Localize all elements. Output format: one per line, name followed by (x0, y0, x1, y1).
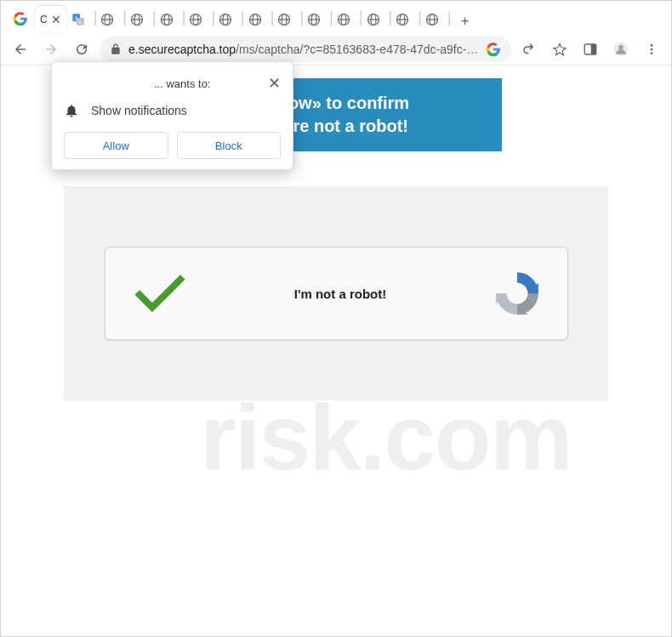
tab-bg-8[interactable] (272, 6, 301, 33)
bell-icon (64, 103, 79, 118)
tab-bg-5[interactable] (184, 6, 213, 33)
address-bar[interactable]: e.securecaptcha.top/ms/captcha/?c=851636… (100, 37, 511, 62)
captcha-card[interactable]: I'm not a robot! (105, 247, 568, 340)
tab-bg-11[interactable] (362, 6, 390, 33)
browser-window: C ✕ 文 A | | | | | | | | | | | (0, 0, 672, 637)
permission-notification-label: Show notifications (91, 104, 187, 117)
tab-strip: C ✕ 文 A | | | | | | | | | | | (1, 1, 671, 33)
notification-permission-popup: ... wants to: ✕ Show notifications Allow… (51, 61, 293, 170)
tab-bg-2[interactable] (95, 6, 124, 33)
lock-icon (110, 43, 122, 55)
captcha-stage: I'm not a robot! (64, 186, 608, 401)
permission-close-button[interactable]: ✕ (268, 74, 281, 93)
captcha-text: I'm not a robot! (191, 287, 491, 301)
globe-icon (337, 13, 350, 26)
globe-icon (277, 13, 291, 26)
tab-bg-3[interactable] (125, 6, 154, 33)
tab-bg-12[interactable] (390, 6, 419, 33)
menu-button[interactable] (639, 37, 664, 62)
google-favicon-left[interactable] (6, 4, 35, 33)
tab-bg-6[interactable] (214, 6, 242, 33)
permission-title: ... wants to: (64, 77, 210, 90)
reading-list-button[interactable] (578, 37, 603, 62)
tab-bg-translate[interactable]: 文 A (66, 6, 95, 33)
globe-icon (189, 13, 202, 26)
globe-icon (307, 13, 321, 26)
svg-point-49 (651, 48, 653, 50)
tab-bg-13[interactable] (420, 6, 449, 33)
permission-block-button[interactable]: Block (177, 132, 282, 159)
share-icon (521, 42, 537, 57)
google-search-icon[interactable] (486, 42, 501, 57)
tab-bg-7[interactable] (243, 6, 272, 33)
url-text: e.securecaptcha.top/ms/captcha/?c=851636… (128, 43, 479, 56)
globe-icon (219, 13, 232, 26)
tab-close-button[interactable]: ✕ (51, 13, 61, 26)
globe-icon (100, 13, 114, 26)
checkmark-icon (129, 263, 191, 324)
svg-text:A: A (78, 20, 82, 25)
new-tab-button[interactable]: + (453, 9, 477, 33)
svg-point-50 (651, 52, 653, 54)
arrow-left-icon (13, 42, 28, 57)
forward-button[interactable] (38, 37, 64, 62)
back-button[interactable] (8, 37, 33, 62)
tab-bg-9[interactable] (302, 6, 331, 33)
arrow-right-icon (43, 42, 59, 57)
side-panel-icon (583, 42, 598, 57)
share-button[interactable] (516, 37, 542, 62)
globe-icon (160, 13, 174, 26)
recaptcha-icon (491, 267, 544, 320)
google-g-icon (13, 11, 28, 26)
svg-point-48 (651, 44, 653, 47)
svg-text:文: 文 (74, 15, 78, 20)
globe-icon (425, 13, 439, 26)
bookmark-button[interactable] (547, 37, 572, 62)
globe-icon (248, 13, 262, 26)
reload-button[interactable] (69, 37, 94, 62)
tab-bg-10[interactable] (332, 6, 361, 33)
permission-allow-button[interactable]: Allow (64, 132, 168, 159)
star-icon (552, 42, 567, 57)
svg-rect-45 (591, 44, 596, 54)
globe-icon (367, 13, 380, 26)
svg-point-47 (618, 44, 623, 48)
tab-active[interactable]: C ✕ (35, 6, 66, 33)
profile-button[interactable] (608, 37, 634, 62)
translate-icon: 文 A (71, 13, 85, 26)
kebab-icon (645, 43, 658, 56)
profile-icon (612, 41, 629, 58)
globe-icon (396, 13, 409, 26)
tab-bg-4[interactable] (155, 6, 184, 33)
tab-title: C (40, 14, 48, 26)
globe-icon (130, 13, 144, 26)
reload-icon (74, 42, 89, 57)
